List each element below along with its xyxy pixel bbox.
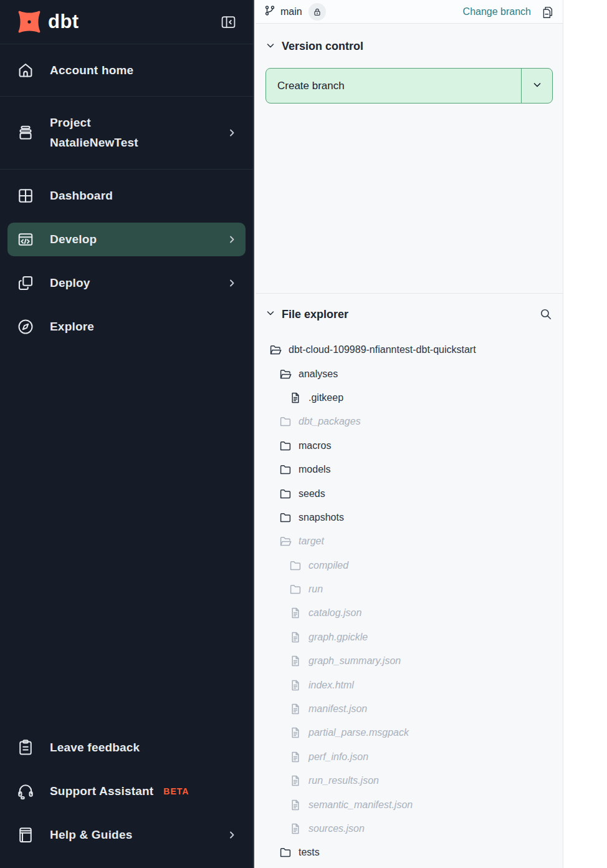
tree-item[interactable]: index.html [265, 673, 553, 697]
sidebar: dbt Account home [0, 0, 254, 868]
tree-item[interactable]: tests [265, 841, 553, 864]
explore-label: Explore [50, 320, 94, 334]
chevron-down-icon [265, 308, 275, 321]
project-label: Project [50, 113, 138, 133]
file-icon [289, 631, 302, 644]
tree-item[interactable]: dbt-cloud-109989-nfianntest-dbt-quicksta… [265, 338, 553, 362]
file-icon [289, 822, 302, 835]
tree-item[interactable]: run [265, 577, 553, 601]
file-icon [289, 679, 302, 692]
sidebar-item-support-assistant[interactable]: Support Assistant BETA [7, 774, 246, 808]
copy-icon[interactable] [540, 5, 554, 19]
change-branch-link[interactable]: Change branch [463, 6, 531, 17]
tree-item[interactable]: seeds [265, 481, 553, 505]
git-bar: main Change branch [256, 0, 563, 24]
file-explorer-header[interactable]: File explorer [265, 307, 553, 321]
tree-item[interactable]: macros [265, 434, 553, 458]
sidebar-item-account-home[interactable]: Account home [0, 44, 253, 97]
file-explorer-title: File explorer [282, 308, 348, 321]
chevron-right-icon [227, 278, 237, 288]
sidebar-item-help-guides[interactable]: Help & Guides [7, 818, 246, 852]
sidebar-spacer [0, 349, 253, 726]
tree-item[interactable]: run_results.json [265, 769, 553, 793]
home-icon [16, 61, 35, 80]
search-icon[interactable] [539, 307, 553, 321]
sidebar-item-dashboard[interactable]: Dashboard [7, 179, 246, 213]
file-icon [289, 751, 302, 763]
tree-item-label: models [299, 464, 331, 475]
create-branch-label: Create branch [277, 80, 345, 92]
sidebar-footer: Leave feedback Support Assistant BETA [0, 726, 253, 868]
tree-item[interactable]: sources.json [265, 817, 553, 841]
develop-label: Develop [50, 233, 97, 246]
deploy-icon [16, 274, 35, 292]
folder-icon [279, 846, 292, 859]
folder-icon [289, 559, 302, 572]
folder-icon [279, 463, 292, 476]
tree-item-label: .gitkeep [308, 392, 343, 403]
tree-item-label: target [299, 536, 324, 547]
dbt-wordmark: dbt [48, 11, 79, 33]
tree-item[interactable]: graph.gpickle [265, 625, 553, 649]
sidebar-item-deploy[interactable]: Deploy [7, 266, 246, 300]
tree-item[interactable]: .gitkeep [265, 386, 553, 410]
tree-item-label: analyses [299, 369, 338, 380]
create-branch-split-button: Create branch [265, 68, 553, 104]
dbt-cloud-app: dbt Account home [0, 0, 607, 868]
tree-item[interactable]: graph_summary.json [265, 649, 553, 673]
sidebar-item-develop[interactable]: Develop [7, 223, 246, 256]
chevron-right-icon [227, 234, 237, 244]
tree-item-label: graph.gpickle [308, 632, 368, 643]
sidebar-item-project[interactable]: Project NatalieNewTest [0, 97, 253, 170]
folder-icon [289, 583, 302, 596]
file-icon [289, 774, 302, 787]
chevron-right-icon [227, 830, 237, 840]
tree-item[interactable]: manifest.json [265, 697, 553, 721]
sidebar-item-explore[interactable]: Explore [7, 310, 246, 344]
create-branch-dropdown-button[interactable] [521, 69, 552, 103]
file-icon [289, 726, 302, 739]
tree-item-label: run_results.json [308, 775, 379, 786]
tree-item-label: graph_summary.json [308, 655, 401, 667]
version-control-title: Version control [282, 40, 363, 53]
create-branch-button[interactable]: Create branch [266, 69, 521, 103]
tree-item-label: tests [299, 847, 320, 858]
tree-item[interactable]: models [265, 458, 553, 481]
chevron-right-icon [227, 128, 237, 138]
file-icon [289, 607, 302, 619]
beta-badge: BETA [163, 786, 189, 796]
tree-item[interactable]: partial_parse.msgpack [265, 721, 553, 745]
tree-item[interactable]: snapshots [265, 506, 553, 529]
tree-item[interactable]: dbt_packages [265, 410, 553, 433]
tree-item-label: semantic_manifest.json [308, 799, 413, 811]
tree-item-label: perf_info.json [308, 751, 368, 763]
tree-item-label: manifest.json [308, 703, 367, 715]
folder-open-icon [279, 368, 292, 380]
tree-item-label: dbt-cloud-109989-nfianntest-dbt-quicksta… [289, 344, 476, 355]
tree-item[interactable]: analyses [265, 362, 553, 385]
file-icon [289, 655, 302, 667]
dbt-logo-icon[interactable] [16, 9, 42, 35]
git-branch-icon [264, 5, 275, 19]
folder-icon [279, 488, 292, 500]
tree-item[interactable]: perf_info.json [265, 745, 553, 769]
file-icon [289, 703, 302, 715]
folder-open-icon [269, 344, 282, 356]
project-name: NatalieNewTest [50, 133, 138, 153]
tree-item-label: dbt_packages [299, 416, 361, 427]
book-icon [16, 826, 35, 844]
sidebar-item-leave-feedback[interactable]: Leave feedback [7, 731, 246, 764]
tree-item[interactable]: compiled [265, 554, 553, 577]
chevron-down-icon [265, 41, 275, 53]
tree-item[interactable]: semantic_manifest.json [265, 793, 553, 816]
chevron-down-icon [532, 80, 542, 92]
tree-item[interactable]: target [265, 529, 553, 553]
tree-item[interactable]: catalog.json [265, 601, 553, 625]
tree-item-label: partial_parse.msgpack [308, 727, 409, 738]
help-guides-label: Help & Guides [50, 828, 132, 842]
file-explorer-section: File explorer dbt-cloud-109989-nfianntes… [256, 294, 563, 865]
tree-item-label: sources.json [308, 823, 365, 834]
version-control-header[interactable]: Version control [265, 40, 553, 53]
project-stack-icon [16, 123, 35, 142]
collapse-sidebar-icon[interactable] [219, 13, 237, 31]
